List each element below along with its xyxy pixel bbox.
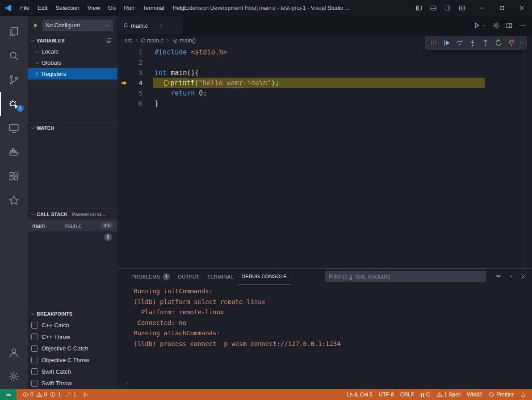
debug-config-dropdown[interactable]: No Configurat xyxy=(42,20,113,31)
inline-breakpoint-icon[interactable] xyxy=(164,80,169,86)
menu-go[interactable]: Go xyxy=(104,0,120,16)
activity-favorites[interactable] xyxy=(0,188,28,212)
start-debug-icon[interactable] xyxy=(32,22,39,29)
activity-run-and-debug[interactable]: 1 xyxy=(0,92,28,116)
split-editor-button[interactable] xyxy=(506,22,513,29)
variables-item-locals[interactable]: Locals xyxy=(28,46,117,57)
activity-explorer[interactable] xyxy=(0,20,28,44)
infos-count[interactable]: 1 xyxy=(48,389,62,400)
breakpoint-c-throw[interactable]: C++ Throw xyxy=(28,331,117,342)
errors-count[interactable]: 0 xyxy=(21,389,35,400)
menu-view[interactable]: View xyxy=(84,0,104,16)
checkbox[interactable] xyxy=(31,368,38,375)
debug-status[interactable] xyxy=(80,389,92,400)
warnings-count[interactable]: 0 xyxy=(35,389,49,400)
watch-header[interactable]: WATCH xyxy=(28,123,117,133)
close-panel-button[interactable] xyxy=(520,273,527,280)
minimize-button[interactable] xyxy=(472,5,492,11)
menu-edit[interactable]: Edit xyxy=(34,0,51,16)
checkbox[interactable] xyxy=(31,322,38,329)
stack-frame-row[interactable]: mainmain.c4:5 xyxy=(28,220,117,231)
activity-extensions[interactable] xyxy=(0,164,28,188)
panel-tab-label: PROBLEMS xyxy=(131,274,160,279)
code-editor[interactable]: 1#include <stdio.h>23int main(){4 printf… xyxy=(117,46,532,268)
breakpoint-label: Swift Catch xyxy=(42,368,71,375)
step-out-button[interactable] xyxy=(479,37,491,49)
menu-terminal[interactable]: Terminal xyxy=(138,0,168,16)
close-tab-icon[interactable] xyxy=(158,23,164,29)
maximize-panel-button[interactable] xyxy=(507,273,514,280)
notifications-bell[interactable] xyxy=(517,389,529,400)
vscode-window: FileEditSelectionViewGoRunTerminalHelp [… xyxy=(0,0,532,400)
console-filter-options-button[interactable] xyxy=(495,273,502,280)
variables-item-globals[interactable]: Globals xyxy=(28,57,117,68)
breakpoint-swift-throw[interactable]: Swift Throw xyxy=(28,377,117,389)
breakpoint-swift-catch[interactable]: Swift Catch xyxy=(28,366,117,377)
prettier-status[interactable]: Prettier xyxy=(485,389,517,400)
breadcrumb-main[interactable]: main() xyxy=(172,38,196,44)
status-text: C xyxy=(426,392,430,398)
breakpoint-c-catch[interactable]: C++ Catch xyxy=(28,319,117,331)
breadcrumb-main-c[interactable]: Cmain.c xyxy=(141,38,163,44)
more-editor-actions-button[interactable] xyxy=(519,22,526,29)
chevron-down-icon xyxy=(29,125,36,131)
run-dropdown-chevron[interactable] xyxy=(486,23,487,28)
variables-header[interactable]: VARIABLES xyxy=(28,35,117,46)
breakpoints-section: BREAKPOINTS C++ CatchC++ ThrowObjective … xyxy=(28,308,117,389)
checkbox[interactable] xyxy=(31,333,38,340)
spell-checker-status[interactable]: 1 Spell xyxy=(433,389,464,400)
run-or-debug-button[interactable] xyxy=(473,22,480,29)
panel-tab-output[interactable]: OUTPUT xyxy=(174,269,203,284)
editor-settings-gear-button[interactable] xyxy=(493,22,500,29)
checkbox[interactable] xyxy=(31,345,38,352)
breakpoints-header[interactable]: BREAKPOINTS xyxy=(28,308,117,319)
step-into-button[interactable] xyxy=(466,37,478,49)
menu-selection[interactable]: Selection xyxy=(51,0,83,16)
tab-main-c[interactable]: C main.c xyxy=(117,16,183,35)
activity-settings[interactable] xyxy=(0,364,28,388)
console-input-prompt[interactable] xyxy=(124,380,130,387)
debug-toolbar-grip[interactable] xyxy=(427,37,440,49)
variables-item-registers[interactable]: Registers xyxy=(28,68,117,79)
continue-button[interactable] xyxy=(440,37,452,49)
remote-indicator[interactable]: >< xyxy=(0,389,17,400)
breakpoint-objective-c-catch[interactable]: Objective C Catch xyxy=(28,342,117,354)
activity-source-control[interactable] xyxy=(0,68,28,92)
restart-button[interactable] xyxy=(492,37,504,49)
debug-more-chevron[interactable] xyxy=(518,37,524,49)
breadcrumb-src[interactable]: src xyxy=(125,38,132,44)
language-mode[interactable]: {}C xyxy=(417,389,433,400)
checkbox[interactable] xyxy=(31,357,38,363)
step-over-button[interactable] xyxy=(453,37,465,49)
maximize-button[interactable] xyxy=(492,5,512,11)
tree-item-label: Registers xyxy=(42,71,66,77)
disconnect-button[interactable] xyxy=(505,37,517,49)
debug-console[interactable]: Running initCommands:(lldb) platform sel… xyxy=(117,284,532,389)
breakpoint-objective-c-throw[interactable]: Objective C Throw xyxy=(28,354,117,366)
menu-run[interactable]: Run xyxy=(120,0,138,16)
console-filter-input[interactable] xyxy=(325,271,486,282)
activity-docker[interactable] xyxy=(0,140,28,164)
activity-remote-explorer[interactable] xyxy=(0,116,28,140)
panel-tab-label: TERMINAL xyxy=(207,274,234,279)
toggle-panel-button[interactable] xyxy=(426,4,440,12)
panel-tab-terminal[interactable]: TERMINAL xyxy=(203,269,238,284)
activity-search[interactable] xyxy=(0,44,28,68)
eol-indicator[interactable]: CRLF xyxy=(397,389,417,400)
platform-indicator[interactable]: Win32 xyxy=(464,389,485,400)
call-stack-header[interactable]: CALL STACK Paused on st... xyxy=(28,209,117,220)
panel-tab-debug-console[interactable]: DEBUG CONSOLE xyxy=(238,269,291,284)
checkbox[interactable] xyxy=(31,380,38,387)
variables-panel-icon[interactable] xyxy=(106,38,116,44)
panel-tab-problems[interactable]: PROBLEMS1 xyxy=(127,269,174,284)
encoding-indicator[interactable]: UTF-8 xyxy=(376,389,397,400)
gutter-glyph-margin[interactable] xyxy=(117,79,131,87)
toggle-secondary-sidebar-button[interactable] xyxy=(440,4,455,12)
customize-layout-button[interactable] xyxy=(455,4,469,12)
toggle-primary-sidebar-button[interactable] xyxy=(412,4,426,12)
cursor-position[interactable]: Ln 4, Col 5 xyxy=(343,389,376,400)
tools-indicator[interactable]: 1 xyxy=(62,389,80,400)
close-button[interactable] xyxy=(512,5,532,11)
menu-file[interactable]: File xyxy=(16,0,34,16)
activity-accounts[interactable] xyxy=(0,340,28,364)
